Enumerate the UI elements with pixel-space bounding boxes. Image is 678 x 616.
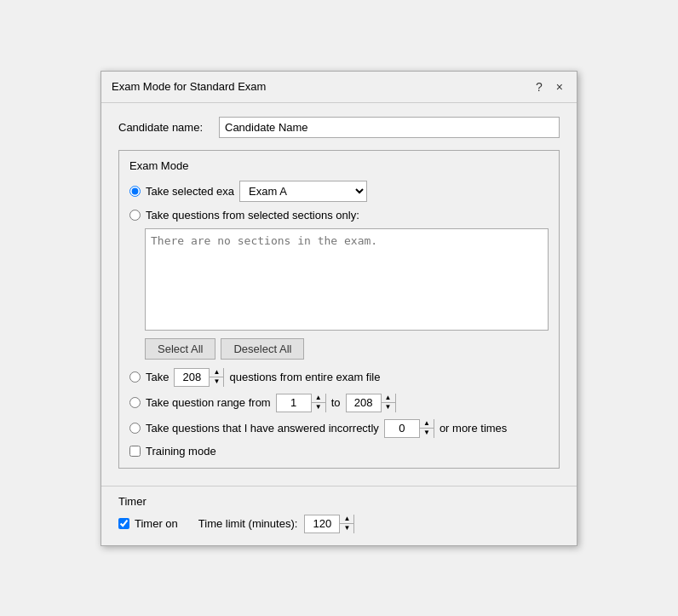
take-n-spinner-btns: ▲ ▼: [209, 368, 223, 387]
select-all-button[interactable]: Select All: [145, 338, 215, 360]
exam-mode-title: Exam Mode: [129, 159, 549, 172]
dialog-body: Candidate name: Exam Mode Take selected …: [101, 103, 577, 486]
range-from-up[interactable]: ▲: [312, 394, 325, 404]
take-n-input[interactable]: [175, 370, 209, 384]
timer-on-label: Timer on: [135, 517, 178, 530]
timer-title: Timer: [118, 495, 560, 508]
sections-textarea[interactable]: [145, 228, 549, 331]
timer-on-row: Timer on: [118, 517, 178, 530]
radio-incorrect[interactable]: [129, 423, 141, 434]
radio-sections[interactable]: [129, 210, 141, 221]
radio-take-n[interactable]: [129, 371, 141, 383]
radio-row-1: Take selected exa Exam A Exam B Exam C: [129, 181, 549, 202]
help-button[interactable]: ?: [532, 78, 546, 95]
radio-take-n-suffix: questions from entire exam file: [229, 371, 380, 383]
close-button[interactable]: ×: [553, 78, 566, 95]
range-to-input[interactable]: [347, 395, 381, 410]
exam-mode-dialog: Exam Mode for Standard Exam ? × Candidat…: [101, 71, 577, 546]
candidate-label: Candidate name:: [118, 121, 212, 134]
radio-incorrect-suffix: or more times: [440, 422, 507, 435]
title-bar: Exam Mode for Standard Exam ? ×: [101, 72, 577, 103]
incorrect-spinner[interactable]: ▲ ▼: [384, 419, 434, 438]
timer-section: Timer Timer on Time limit (minutes): ▲ ▼: [101, 486, 577, 545]
incorrect-up[interactable]: ▲: [420, 419, 434, 429]
range-from-spinner[interactable]: ▲ ▼: [276, 394, 326, 412]
timer-limit-spinner[interactable]: ▲ ▼: [304, 515, 354, 533]
training-row: Training mode: [129, 445, 549, 458]
range-from-btns: ▲ ▼: [311, 394, 325, 412]
incorrect-down[interactable]: ▼: [420, 429, 434, 438]
radio-range-label: Take question range from: [146, 396, 271, 409]
radio-take-selected[interactable]: [129, 186, 141, 197]
take-n-up[interactable]: ▲: [210, 368, 223, 378]
take-n-spinner[interactable]: ▲ ▼: [174, 368, 224, 387]
timer-limit-input[interactable]: [305, 516, 339, 531]
take-n-down[interactable]: ▼: [210, 377, 223, 387]
sections-buttons: Select All Deselect All: [145, 338, 549, 360]
timer-limit-btns: ▲ ▼: [339, 515, 353, 533]
timer-row: Timer on Time limit (minutes): ▲ ▼: [118, 515, 560, 533]
range-to-spinner[interactable]: ▲ ▼: [346, 394, 396, 412]
title-controls: ? ×: [532, 78, 566, 95]
dialog-title: Exam Mode for Standard Exam: [112, 80, 266, 93]
timer-limit-up[interactable]: ▲: [340, 515, 353, 525]
radio-incorrect-label: Take questions that I have answered inco…: [146, 422, 379, 435]
incorrect-btns: ▲ ▼: [419, 419, 434, 438]
timer-limit-row: Time limit (minutes): ▲ ▼: [198, 515, 355, 533]
range-from-input[interactable]: [277, 395, 311, 410]
range-to-label: to: [331, 396, 341, 409]
radio-row-2: Take questions from selected sections on…: [129, 209, 549, 222]
range-from-down[interactable]: ▼: [312, 403, 325, 412]
candidate-row: Candidate name:: [118, 117, 560, 138]
exam-mode-group: Exam Mode Take selected exa Exam A Exam …: [118, 150, 560, 469]
range-to-up[interactable]: ▲: [382, 394, 395, 404]
timer-on-checkbox[interactable]: [118, 518, 129, 529]
deselect-all-button[interactable]: Deselect All: [221, 338, 304, 360]
candidate-name-input[interactable]: [219, 117, 560, 138]
radio-take-selected-label: Take selected exa: [146, 185, 234, 198]
training-label: Training mode: [146, 445, 216, 458]
range-to-btns: ▲ ▼: [381, 394, 395, 412]
timer-limit-down[interactable]: ▼: [340, 524, 353, 533]
exam-dropdown[interactable]: Exam A Exam B Exam C: [239, 181, 367, 202]
radio-row-4: Take question range from ▲ ▼ to ▲ ▼: [129, 394, 549, 412]
training-checkbox[interactable]: [129, 446, 141, 457]
radio-sections-label: Take questions from selected sections on…: [146, 209, 359, 222]
range-to-down[interactable]: ▼: [382, 403, 395, 412]
radio-range[interactable]: [129, 397, 141, 408]
radio-row-5: Take questions that I have answered inco…: [129, 419, 549, 438]
radio-take-n-label: Take: [146, 371, 169, 383]
timer-limit-label: Time limit (minutes):: [198, 517, 298, 530]
incorrect-input[interactable]: [385, 421, 419, 435]
radio-row-3: Take ▲ ▼ questions from entire exam file: [129, 368, 549, 387]
